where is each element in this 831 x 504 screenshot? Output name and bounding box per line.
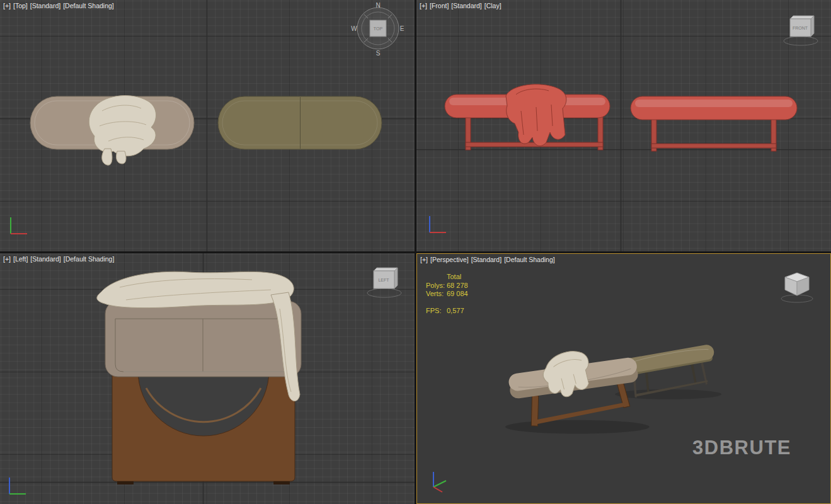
stats-polys-label: Polys: xyxy=(426,282,447,290)
viewcube-left-face[interactable]: LEFT xyxy=(378,278,389,282)
stats-total-label: Total xyxy=(447,273,461,282)
compass-south-label[interactable]: S xyxy=(376,50,381,57)
bench-a-perspective[interactable] xyxy=(506,343,643,430)
viewcube[interactable]: FRONT xyxy=(781,14,821,47)
viewport-menu-plus[interactable]: [+] xyxy=(420,2,427,9)
viewport-menu-view[interactable]: [Front] xyxy=(430,2,449,9)
viewport-left-label: [+] [Left] [Standard] [Default Shading] xyxy=(3,255,114,263)
compass-west-label[interactable]: W xyxy=(351,25,357,32)
viewport-menu-plus[interactable]: [+] xyxy=(420,256,428,263)
stats-fps-label: FPS: xyxy=(426,307,447,316)
watermark-logo: 3DBRUTE xyxy=(692,437,791,459)
viewport-top[interactable]: [+] [Top] [Standard] [Default Shading] xyxy=(0,0,415,251)
stats-verts-value: 69 084 xyxy=(447,290,468,299)
viewport-menu-plus[interactable]: [+] xyxy=(3,2,11,9)
max-viewport-area: [+] [Top] [Standard] [Default Shading] xyxy=(0,0,831,504)
bench-a-top-view[interactable] xyxy=(30,96,194,166)
axis-tripod-icon xyxy=(425,211,450,236)
viewport-menu-shading[interactable]: [Clay] xyxy=(484,2,501,9)
viewport-left[interactable]: [+] [Left] [Standard] [Default Shading] xyxy=(0,253,415,504)
viewport-perspective-label: [+] [Perspective] [Standard] [Default Sh… xyxy=(420,256,555,263)
stats-verts-label: Verts: xyxy=(426,290,447,299)
viewport-perspective[interactable]: [+] [Perspective] [Standard] [Default Sh… xyxy=(416,253,831,504)
cloth-top-view[interactable] xyxy=(89,96,156,166)
viewcube[interactable] xyxy=(777,269,818,304)
front-view-canvas xyxy=(416,0,831,251)
axis-tripod-icon xyxy=(5,472,30,498)
bench-left-view[interactable] xyxy=(97,272,301,484)
viewcube[interactable]: LEFT xyxy=(364,266,404,299)
compass-east-label[interactable]: E xyxy=(400,25,404,32)
viewport-menu-shading[interactable]: [Default Shading] xyxy=(504,256,555,263)
bench-b-front-view[interactable] xyxy=(631,96,797,151)
axis-tripod-icon xyxy=(6,212,32,238)
stats-polys-value: 68 278 xyxy=(447,282,468,290)
axis-tripod-icon xyxy=(426,464,454,495)
bench-a-front-view[interactable] xyxy=(445,84,610,150)
viewport-menu-shading[interactable]: [Default Shading] xyxy=(63,2,114,9)
stats-fps-value: 0,577 xyxy=(447,307,464,316)
viewcube-top-face[interactable]: TOP xyxy=(374,26,383,31)
viewport-statistics: Total Polys:68 278 Verts:69 084 FPS:0,57… xyxy=(426,273,468,315)
cloth-front-view[interactable] xyxy=(506,84,566,146)
viewport-menu-view[interactable]: [Left] xyxy=(13,255,28,263)
viewport-top-label: [+] [Top] [Standard] [Default Shading] xyxy=(3,2,114,9)
viewport-menu-standard[interactable]: [Standard] xyxy=(451,2,481,9)
viewport-menu-standard[interactable]: [Standard] xyxy=(30,255,60,263)
viewport-menu-standard[interactable]: [Standard] xyxy=(471,256,501,263)
viewport-front-label: [+] [Front] [Standard] [Clay] xyxy=(420,2,501,9)
horizontal-splitter[interactable] xyxy=(0,251,831,253)
viewport-menu-view[interactable]: [Top] xyxy=(13,2,28,9)
perspective-view-canvas xyxy=(417,254,830,503)
viewcube-front-face[interactable]: FRONT xyxy=(793,26,808,30)
bench-b-top-view[interactable] xyxy=(218,96,382,149)
viewport-menu-view[interactable]: [Perspective] xyxy=(430,256,469,263)
compass-north-label[interactable]: N xyxy=(375,2,380,9)
viewport-menu-plus[interactable]: [+] xyxy=(3,255,11,263)
viewport-menu-shading[interactable]: [Default Shading] xyxy=(64,255,115,263)
left-view-canvas xyxy=(0,253,415,504)
viewport-front[interactable]: [+] [Front] [Standard] [Clay] xyxy=(416,0,831,251)
viewcube-compass[interactable]: N E S W TOP xyxy=(349,0,407,58)
viewport-menu-standard[interactable]: [Standard] xyxy=(30,2,60,9)
